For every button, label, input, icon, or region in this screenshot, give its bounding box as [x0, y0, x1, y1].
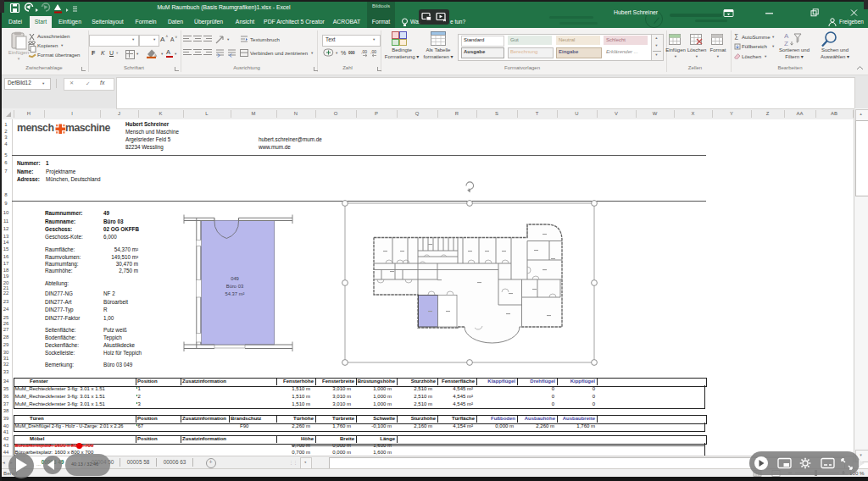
svg-text:Z: Z: [784, 40, 788, 47]
svg-text:Büro 03: Büro 03: [226, 284, 243, 289]
svg-text:54.37 m²: 54.37 m²: [225, 291, 245, 296]
svg-text:049: 049: [231, 276, 239, 281]
svg-text:A: A: [784, 32, 789, 40]
